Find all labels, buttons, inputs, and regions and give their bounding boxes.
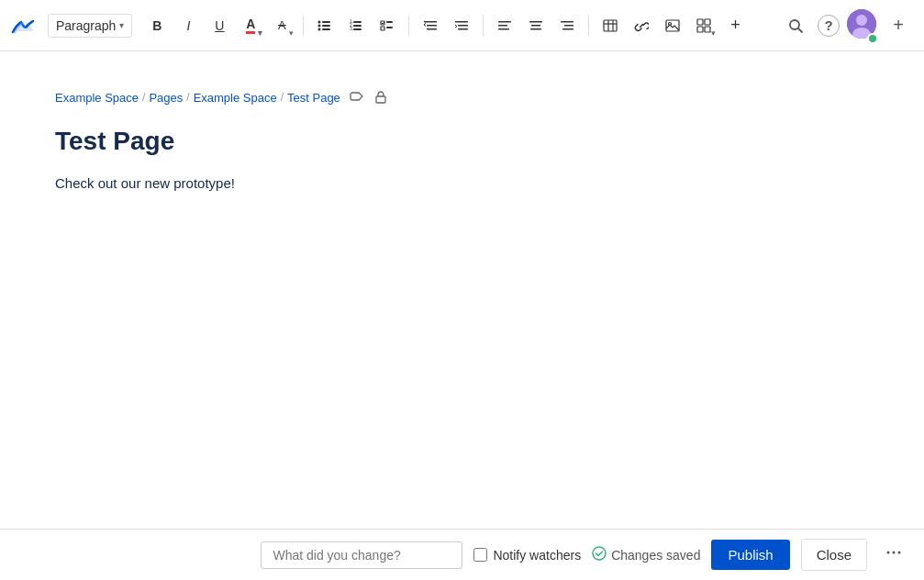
svg-rect-23 bbox=[498, 25, 507, 27]
content-area: Example Space / Pages / Example Space / … bbox=[0, 51, 924, 529]
paragraph-selector[interactable]: Paragraph ▾ bbox=[48, 14, 132, 38]
svg-rect-29 bbox=[564, 25, 573, 27]
svg-point-2 bbox=[318, 24, 321, 27]
svg-rect-37 bbox=[697, 19, 703, 25]
changes-saved: Changes saved bbox=[592, 546, 700, 564]
svg-rect-27 bbox=[530, 28, 541, 30]
image-button[interactable] bbox=[659, 12, 686, 39]
svg-rect-9 bbox=[353, 25, 362, 27]
svg-rect-5 bbox=[322, 28, 330, 30]
bottom-bar: Notify watchers Changes saved Publish Cl… bbox=[0, 529, 924, 580]
changes-saved-icon bbox=[592, 546, 607, 564]
svg-rect-17 bbox=[427, 25, 437, 27]
italic-button[interactable]: I bbox=[174, 12, 202, 39]
svg-rect-46 bbox=[376, 96, 385, 103]
breadcrumb-item-example-space[interactable]: Example Space bbox=[55, 91, 139, 105]
paragraph-label: Paragraph bbox=[56, 18, 116, 33]
svg-rect-21 bbox=[458, 28, 468, 30]
divider-1 bbox=[303, 16, 304, 36]
changes-saved-text: Changes saved bbox=[611, 548, 700, 563]
breadcrumb-sep-2: / bbox=[186, 91, 189, 104]
breadcrumb-sep-3: / bbox=[281, 91, 284, 104]
svg-rect-19 bbox=[455, 21, 468, 23]
align-center-button[interactable] bbox=[522, 12, 550, 39]
table-button[interactable] bbox=[596, 12, 624, 39]
svg-rect-13 bbox=[386, 21, 393, 23]
bold-button[interactable]: B bbox=[143, 12, 171, 39]
svg-rect-26 bbox=[531, 25, 540, 27]
svg-point-47 bbox=[593, 547, 606, 560]
more-insert-button[interactable]: + bbox=[721, 12, 749, 39]
svg-rect-30 bbox=[562, 28, 573, 30]
svg-rect-3 bbox=[322, 25, 330, 27]
svg-point-0 bbox=[318, 20, 321, 23]
svg-rect-18 bbox=[427, 28, 437, 30]
checklist-button[interactable] bbox=[373, 12, 401, 39]
svg-point-44 bbox=[856, 15, 867, 26]
svg-point-48 bbox=[887, 552, 890, 554]
svg-rect-22 bbox=[498, 21, 511, 23]
underline-button[interactable]: U bbox=[206, 12, 233, 39]
outdent-button[interactable] bbox=[417, 12, 444, 39]
svg-rect-11 bbox=[353, 28, 362, 30]
paragraph-chevron: ▾ bbox=[119, 20, 124, 30]
svg-line-42 bbox=[798, 28, 802, 32]
restrict-icon-button[interactable] bbox=[372, 88, 390, 106]
help-button[interactable]: ? bbox=[818, 15, 840, 37]
divider-4 bbox=[588, 16, 589, 36]
svg-rect-15 bbox=[386, 27, 393, 28]
svg-rect-20 bbox=[458, 25, 468, 27]
close-button[interactable]: Close bbox=[801, 539, 867, 571]
svg-rect-39 bbox=[697, 27, 703, 32]
svg-rect-25 bbox=[529, 21, 542, 23]
svg-rect-28 bbox=[561, 21, 573, 23]
breadcrumb-sep-1: / bbox=[142, 91, 145, 104]
breadcrumb-icons bbox=[348, 88, 390, 106]
svg-point-4 bbox=[318, 28, 321, 30]
change-description-input[interactable] bbox=[261, 541, 462, 569]
link-button[interactable] bbox=[628, 12, 655, 39]
divider-3 bbox=[483, 16, 484, 36]
logo[interactable] bbox=[11, 13, 37, 39]
numbered-list-button[interactable]: 1. 2. 3. bbox=[342, 12, 370, 39]
svg-rect-7 bbox=[353, 21, 362, 23]
breadcrumb-item-example-space-2[interactable]: Example Space bbox=[194, 91, 277, 105]
notify-watchers-checkbox[interactable] bbox=[473, 548, 487, 562]
align-right-button[interactable] bbox=[553, 12, 581, 39]
align-left-button[interactable] bbox=[491, 12, 518, 39]
svg-rect-16 bbox=[424, 21, 437, 23]
search-button[interactable] bbox=[781, 11, 810, 40]
svg-rect-40 bbox=[705, 27, 710, 32]
notify-watchers-label[interactable]: Notify watchers bbox=[473, 548, 581, 563]
toolbar-right: ? + bbox=[781, 9, 913, 42]
font-color-button[interactable]: A bbox=[237, 12, 264, 39]
toolbar: Paragraph ▾ B I U A A 1. 2. 3. bbox=[0, 0, 924, 51]
svg-point-50 bbox=[898, 552, 901, 554]
indent-button[interactable] bbox=[448, 12, 475, 39]
avatar-container bbox=[847, 9, 876, 42]
svg-rect-35 bbox=[666, 20, 679, 31]
svg-rect-14 bbox=[381, 27, 384, 30]
breadcrumb-item-pages[interactable]: Pages bbox=[149, 91, 183, 105]
svg-rect-24 bbox=[498, 28, 509, 30]
page-content-text: Check out our new prototype! bbox=[55, 173, 869, 195]
font-style-button[interactable]: A bbox=[268, 12, 295, 39]
publish-button[interactable]: Publish bbox=[711, 540, 789, 570]
avatar-badge bbox=[867, 33, 878, 44]
breadcrumb-current: Test Page bbox=[287, 91, 340, 105]
notify-watchers-text: Notify watchers bbox=[493, 548, 581, 563]
svg-rect-38 bbox=[705, 19, 710, 25]
svg-rect-1 bbox=[322, 21, 330, 23]
svg-rect-31 bbox=[604, 20, 617, 31]
svg-point-49 bbox=[893, 552, 896, 554]
label-icon-button[interactable] bbox=[348, 88, 366, 106]
bullet-list-button[interactable] bbox=[311, 12, 339, 39]
more-options-button[interactable] bbox=[878, 541, 909, 569]
page-content[interactable]: Check out our new prototype! bbox=[55, 173, 869, 195]
divider-2 bbox=[408, 16, 409, 36]
breadcrumb: Example Space / Pages / Example Space / … bbox=[55, 88, 869, 106]
page-title[interactable]: Test Page bbox=[55, 125, 869, 158]
svg-text:3.: 3. bbox=[350, 26, 353, 31]
add-button[interactable]: + bbox=[884, 11, 913, 40]
insert-table-button[interactable] bbox=[690, 12, 718, 39]
